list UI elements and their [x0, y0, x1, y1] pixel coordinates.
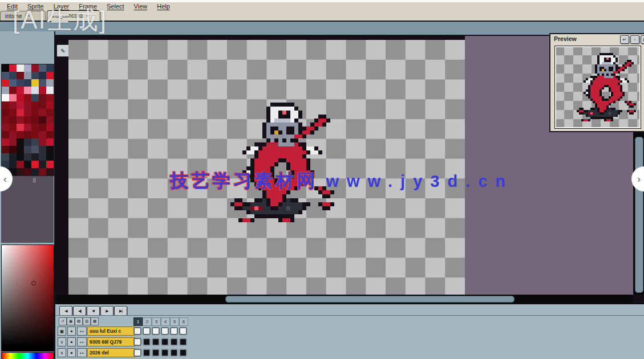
palette-swatch[interactable]	[46, 101, 54, 109]
pencil-tool-button[interactable]: ✎	[56, 44, 70, 57]
palette-swatch[interactable]	[46, 79, 54, 87]
stop-button[interactable]: ■	[87, 306, 100, 316]
timeline-cel-filled[interactable]	[152, 338, 160, 346]
sprite-canvas[interactable]	[222, 103, 342, 222]
palette-swatch[interactable]	[17, 116, 24, 124]
palette-swatch[interactable]	[31, 101, 39, 109]
palette-swatch[interactable]	[31, 153, 39, 161]
palette-swatch[interactable]	[9, 138, 17, 146]
palette-swatch[interactable]	[39, 146, 46, 153]
palette-swatch[interactable]	[9, 146, 17, 153]
palette-swatch[interactable]	[24, 116, 31, 124]
palette-swatch[interactable]	[17, 131, 24, 138]
frame-header-5[interactable]: 5	[170, 317, 179, 326]
layer-lock-icon[interactable]: ●●	[77, 327, 87, 336]
frame-header-1[interactable]: 1	[133, 317, 143, 326]
palette-swatch[interactable]	[46, 72, 54, 79]
palette-swatch[interactable]	[9, 124, 17, 131]
menu-item-select[interactable]: Select	[107, 3, 124, 10]
palette-swatch[interactable]	[31, 131, 39, 138]
grid-settings-icon[interactable]: ▦	[91, 317, 99, 325]
last-frame-button[interactable]: ▶|	[114, 306, 127, 316]
horizontal-scrollbar[interactable]	[56, 295, 633, 303]
palette-swatch[interactable]	[31, 94, 39, 101]
palette-swatch[interactable]	[46, 109, 54, 116]
palette-swatch[interactable]	[24, 87, 31, 94]
layer-visibility-icon[interactable]: ■	[67, 348, 76, 357]
palette-swatch[interactable]	[2, 79, 9, 87]
palette-swatch[interactable]	[17, 138, 24, 146]
layer-lock-icon[interactable]: ●●	[77, 337, 87, 346]
palette-swatch[interactable]	[24, 79, 31, 87]
palette-swatch[interactable]	[46, 94, 54, 101]
timeline-cel-empty[interactable]	[143, 327, 151, 335]
palette-swatch[interactable]	[46, 168, 54, 176]
palette-swatch[interactable]	[24, 161, 31, 168]
options-grid-icon[interactable]: ▣	[641, 35, 644, 44]
layer-name[interactable]: uuu lul Euxi c	[87, 327, 135, 336]
layer-expand-icon[interactable]: ∨	[58, 348, 66, 357]
palette-swatch[interactable]	[46, 64, 54, 72]
timeline-cel-filled[interactable]	[161, 338, 169, 346]
palette-swatch[interactable]	[39, 138, 46, 146]
layer-expand-icon[interactable]: ∨	[58, 337, 66, 346]
palette-swatch[interactable]	[24, 109, 31, 116]
timeline-cel-empty[interactable]	[179, 327, 187, 335]
frame-header-2[interactable]: 2	[143, 317, 152, 326]
palette-swatch[interactable]	[24, 131, 31, 138]
palette-swatch[interactable]	[46, 146, 54, 153]
palette-swatch[interactable]	[39, 161, 46, 168]
timeline-cel-empty[interactable]	[152, 327, 160, 335]
first-frame-button[interactable]: ◀	[59, 306, 72, 316]
palette-swatch[interactable]	[31, 138, 39, 146]
palette-swatch[interactable]	[31, 87, 39, 94]
timeline-cel-filled[interactable]	[170, 349, 178, 357]
palette-swatch[interactable]	[24, 138, 31, 146]
palette-swatch[interactable]	[9, 109, 17, 116]
palette-swatch[interactable]	[24, 168, 31, 176]
palette-swatch[interactable]	[31, 116, 39, 124]
palette-swatch[interactable]	[9, 153, 17, 161]
palette-swatch[interactable]	[2, 146, 9, 153]
palette-swatch[interactable]	[9, 72, 17, 79]
layer-lock-icon[interactable]: ●●	[77, 348, 87, 357]
palette-swatch[interactable]	[17, 124, 24, 131]
palette-swatch[interactable]	[31, 109, 39, 116]
palette-swatch[interactable]	[9, 94, 17, 101]
onion-skin-icon[interactable]: ▥	[83, 317, 91, 325]
layer-name[interactable]: 2026 del	[87, 348, 135, 357]
timeline-cel-empty[interactable]	[161, 327, 169, 335]
palette-swatch[interactable]	[31, 64, 39, 72]
palette-swatch[interactable]	[9, 79, 17, 87]
palette-swatch[interactable]	[2, 131, 9, 138]
palette-swatch[interactable]	[9, 161, 17, 168]
palette-swatch[interactable]	[2, 138, 9, 146]
palette-swatch[interactable]	[39, 109, 46, 116]
timeline-cel-filled[interactable]	[179, 338, 187, 346]
timeline-cel-filled[interactable]	[179, 349, 187, 357]
frame-header-4[interactable]: 4	[161, 317, 170, 326]
palette-swatch[interactable]	[24, 153, 31, 161]
palette-swatch[interactable]	[31, 161, 39, 168]
frame-header-6[interactable]: 6	[179, 317, 188, 326]
menu-item-help[interactable]: Help	[157, 3, 170, 10]
layer-visibility-icon[interactable]: ■	[67, 337, 76, 346]
palette-swatch[interactable]	[17, 109, 24, 116]
palette-swatch[interactable]	[39, 87, 46, 94]
palette-swatch[interactable]	[39, 79, 46, 87]
frames-mode-icon[interactable]: ▤	[75, 317, 83, 325]
palette-swatch[interactable]	[24, 64, 31, 72]
timeline-cel-filled[interactable]	[143, 338, 151, 346]
gradient-cursor[interactable]	[31, 281, 36, 285]
palette-swatch[interactable]	[46, 131, 54, 138]
palette-swatch[interactable]	[39, 72, 46, 79]
palette-swatch[interactable]	[2, 124, 9, 131]
palette-swatch[interactable]	[46, 124, 54, 131]
palette-swatch[interactable]	[31, 146, 39, 153]
hue-slider[interactable]	[1, 352, 54, 359]
popout-icon[interactable]: ↵	[620, 35, 629, 44]
palette-swatch[interactable]	[39, 101, 46, 109]
color-gradient-picker[interactable]	[1, 244, 54, 352]
palette-swatch[interactable]	[39, 64, 46, 72]
timeline-cel-empty[interactable]	[133, 338, 141, 346]
